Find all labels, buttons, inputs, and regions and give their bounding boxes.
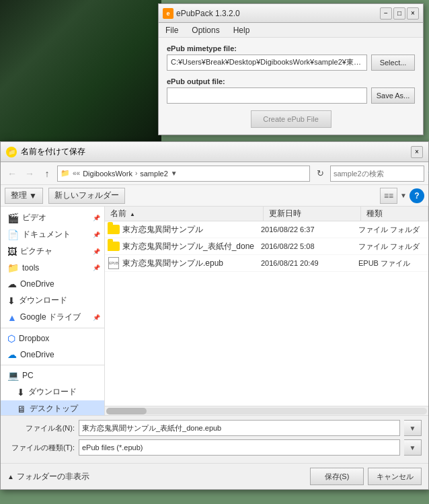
epub-output-label: ePub output file: (167, 77, 415, 85)
file-type-1: ファイル フォルダ (358, 242, 426, 252)
epubpack-window-controls: − □ × (380, 7, 419, 20)
epub-mimetype-input[interactable]: C:¥Users¥Break¥Desktop¥DigibooksWork¥sam… (167, 55, 367, 71)
epubpack-maximize-btn[interactable]: □ (393, 7, 405, 20)
sidebar-label-download2: ダウンロード (28, 386, 77, 398)
nav-refresh-btn[interactable]: ↻ (313, 166, 327, 181)
breadcrumb-dropdown-arrow[interactable]: ▼ (171, 170, 178, 177)
create-epub-button[interactable]: Create ePub File (251, 110, 332, 128)
sidebar-label-googledrive: Google ドライブ (20, 312, 81, 323)
sidebar-item-video[interactable]: 🎬 ビデオ 📌 (1, 209, 104, 226)
dropbox-icon: ⬡ (7, 333, 15, 344)
sidebar-item-pictures[interactable]: 🖼 ピクチャ 📌 (1, 243, 104, 260)
nav-back-btn[interactable]: ← (5, 166, 20, 181)
pin-icon-video: 📌 (93, 215, 100, 221)
sidebar-item-documents[interactable]: 📄 ドキュメント 📌 (1, 226, 104, 243)
filetype-label: ファイルの種類(T): (7, 443, 75, 453)
col-header-type[interactable]: 種類 (361, 207, 428, 221)
search-input[interactable] (334, 170, 426, 178)
sidebar-item-download1[interactable]: ⬇ ダウンロード (1, 292, 104, 309)
sidebar-item-desktop[interactable]: 🖥 デスクトップ (1, 400, 104, 415)
h-scroll-track (106, 408, 427, 415)
googledrive-icon: ▲ (7, 312, 17, 323)
pin-icon-googledrive: 📌 (93, 314, 100, 321)
breadcrumb-item-digibooks[interactable]: DigibooksWork (83, 170, 132, 178)
file-type-0: ファイル フォルダ (358, 225, 426, 235)
file-icon-0 (108, 223, 120, 236)
sidebar-item-dropbox[interactable]: ⬡ Dropbox (1, 330, 104, 347)
hide-folders-btn[interactable]: ▲ フォルダーの非表示 (7, 471, 89, 482)
file-list-header: 名前 ▲ 更新日時 種類 (105, 207, 428, 221)
file-row-2[interactable]: EPUB 東方恋鬼異聞サンプル.epub 2016/08/21 20:49 EP… (105, 255, 428, 272)
epub-mimetype-label: ePub mimetype file: (167, 44, 415, 52)
epubpack-title: ePubPack 1.3.2.0 (176, 9, 240, 18)
nav-forward-btn[interactable]: → (22, 166, 37, 181)
file-name-0: 東方恋鬼異聞サンプル (122, 224, 261, 236)
file-list-container: 名前 ▲ 更新日時 種類 東方恋鬼異聞サンプル 2016/08/22 6:3 (105, 207, 428, 415)
background-photo (0, 0, 161, 141)
onedrive1-icon: ☁ (7, 279, 17, 289)
menu-file[interactable]: File (161, 24, 182, 36)
filetype-input[interactable] (79, 439, 400, 456)
sidebar-label-pc: PC (22, 371, 34, 380)
dialog-main: 🎬 ビデオ 📌 📄 ドキュメント 📌 🖼 ピクチャ 📌 📁 tools 📌 ☁ (1, 207, 428, 415)
sidebar-item-pc[interactable]: 💻 PC (1, 367, 104, 384)
cancel-btn[interactable]: キャンセル (368, 468, 422, 485)
navigation-bar: ← → ↑ 📁 «« DigibooksWork › sample2 ▼ ↻ 🔍 (1, 162, 428, 185)
organize-btn[interactable]: 整理 ▼ (5, 188, 43, 204)
breadcrumb-bar: 📁 «« DigibooksWork › sample2 ▼ (57, 166, 310, 182)
organize-arrow: ▼ (29, 191, 37, 201)
help-btn[interactable]: ? (410, 188, 424, 203)
breadcrumb-folder-icon: 📁 (61, 169, 70, 178)
epub-output-input[interactable] (167, 87, 367, 104)
epub-mimetype-row: C:¥Users¥Break¥Desktop¥DigibooksWork¥sam… (167, 55, 415, 71)
sidebar-label-video: ビデオ (22, 212, 46, 223)
saveas-close-btn[interactable]: × (411, 146, 423, 158)
documents-icon: 📄 (7, 229, 19, 240)
epubpack-minimize-btn[interactable]: − (380, 7, 392, 20)
horizontal-scrollbar[interactable] (105, 406, 428, 415)
nav-up-btn[interactable]: ↑ (40, 166, 54, 181)
save-btn[interactable]: 保存(S) (310, 468, 364, 485)
saveas-dialog: 📁 名前を付けて保存 × ← → ↑ 📁 «« DigibooksWork › … (0, 141, 429, 490)
sidebar-item-download2[interactable]: ⬇ ダウンロード (1, 384, 104, 400)
filename-label: ファイル名(N): (7, 423, 75, 433)
search-box: 🔍 (330, 166, 424, 182)
dialog-footer: ▲ フォルダーの非表示 保存(S) キャンセル (1, 463, 428, 489)
folder-yellow-icon-1 (108, 242, 120, 251)
desktop-icon: 🖥 (17, 404, 26, 415)
saveas-button[interactable]: Save As... (371, 87, 415, 104)
filename-input[interactable] (79, 420, 400, 436)
new-folder-btn[interactable]: 新しいフォルダー (48, 188, 125, 204)
menu-options[interactable]: Options (188, 24, 223, 36)
pc-icon: 💻 (7, 370, 19, 381)
breadcrumb-item-sample2[interactable]: sample2 (140, 170, 168, 178)
view-dropdown-arrow[interactable]: ▼ (400, 192, 407, 199)
view-icon: ≡≡ (384, 191, 393, 201)
file-row-1[interactable]: 東方恋鬼異聞サンプル_表紙付_done 2016/08/22 5:08 ファイル… (105, 238, 428, 255)
menu-help[interactable]: Help (229, 24, 254, 36)
filetype-dropdown-btn[interactable]: ▼ (404, 439, 422, 456)
sidebar-item-tools[interactable]: 📁 tools 📌 (1, 260, 104, 276)
file-type-2: EPUB ファイル (358, 258, 426, 268)
pin-icon-documents: 📌 (93, 231, 100, 238)
file-name-2: 東方恋鬼異聞サンプル.epub (122, 258, 261, 269)
sidebar-label-documents: ドキュメント (22, 229, 71, 240)
col-header-name[interactable]: 名前 ▲ (105, 207, 264, 221)
filename-dropdown-btn[interactable]: ▼ (404, 420, 422, 436)
saveas-window-controls: × (411, 146, 423, 158)
view-toggle-btn[interactable]: ≡≡ (380, 188, 397, 204)
select-button[interactable]: Select... (371, 55, 415, 71)
epubpack-close-btn[interactable]: × (407, 7, 419, 20)
epub-file-icon-2: EPUB (108, 257, 119, 269)
file-row-0[interactable]: 東方恋鬼異聞サンプル 2016/08/22 6:37 ファイル フォルダ (105, 221, 428, 238)
sidebar-item-onedrive2[interactable]: ☁ OneDrive (1, 347, 104, 363)
sidebar-label-onedrive1: OneDrive (20, 279, 54, 289)
sidebar-item-onedrive1[interactable]: ☁ OneDrive (1, 276, 104, 292)
col-header-date[interactable]: 更新日時 (264, 207, 361, 221)
onedrive2-icon: ☁ (7, 349, 17, 360)
sidebar-item-googledrive[interactable]: ▲ Google ドライブ 📌 (1, 309, 104, 326)
file-date-0: 2016/08/22 6:37 (261, 225, 358, 233)
pin-icon-tools: 📌 (93, 264, 100, 271)
breadcrumb-sep1: «« (73, 170, 80, 177)
file-name-1: 東方恋鬼異聞サンプル_表紙付_done (122, 241, 261, 252)
